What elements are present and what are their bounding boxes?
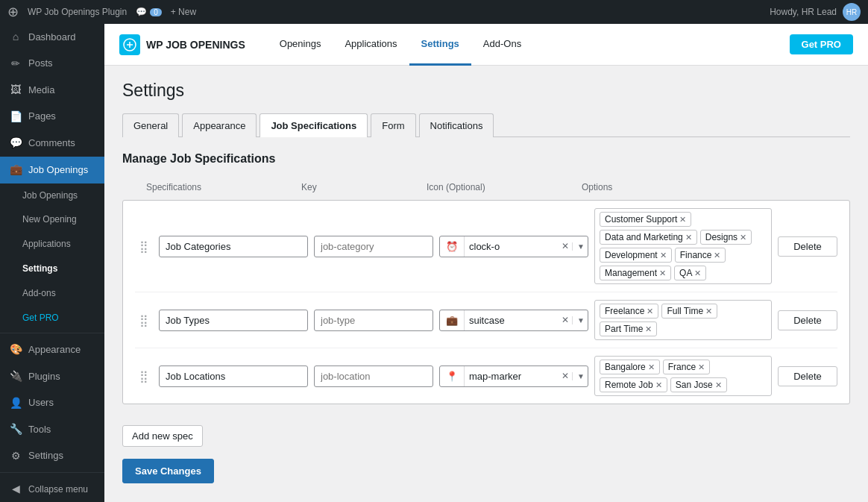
comment-icon: 💬 [136,7,147,17]
drag-handle-job-types[interactable]: ⣿ [135,313,153,327]
icon-text-job-types[interactable] [465,310,559,330]
nav-settings[interactable]: Settings [409,24,471,66]
spec-name-job-locations[interactable] [159,365,308,387]
delete-btn-job-types[interactable]: Delete [778,310,837,330]
options-job-categories[interactable]: Customer Support✕ Data and Marketing✕ De… [594,208,772,284]
sidebar-item-posts[interactable]: ✏ Posts [0,51,104,78]
icon-dropdown-job-types[interactable]: ▼ [572,316,588,324]
icon-dropdown-job-categories[interactable]: ▼ [572,242,588,251]
tag-x-freelance[interactable]: ✕ [647,307,653,316]
sidebar-item-pages[interactable]: 📄 Pages [0,104,104,131]
tag-x-management[interactable]: ✕ [659,269,666,278]
main-content: WP JOB OPENINGS Openings Applications Se… [104,24,868,502]
icon-text-job-categories[interactable] [465,236,559,257]
sidebar-item-tools[interactable]: 🔧 Tools [0,416,104,443]
sidebar-item-collapse[interactable]: ◀ Collapse menu [0,476,104,502]
save-changes-button[interactable]: Save Changes [122,459,214,483]
tab-form[interactable]: Form [371,113,415,137]
tag-x-remote-job[interactable]: ✕ [655,380,662,390]
sidebar-item-applications[interactable]: Applications [0,232,104,257]
plugin-logo-icon [119,34,140,55]
tab-job-specifications[interactable]: Job Specifications [260,113,368,137]
comment-badge[interactable]: 💬 0 [136,7,162,17]
get-pro-button[interactable]: Get PRO [790,34,853,54]
plugins-icon: 🔌 [9,369,22,384]
tag-x-data-marketing[interactable]: ✕ [685,233,692,242]
icon-select-job-types: 💼 ✕ ▼ [439,310,588,331]
options-job-types[interactable]: Freelance✕ Full Time✕ Part Time✕ [594,300,772,340]
icon-text-job-locations[interactable] [465,366,559,386]
tab-general[interactable]: General [122,113,179,137]
sidebar-item-job-openings[interactable]: 💼 Job Openings [0,157,104,183]
sidebar-item-appearance[interactable]: 🎨 Appearance [0,336,104,363]
tag-x-full-time[interactable]: ✕ [705,307,712,316]
tag-x-finance[interactable]: ✕ [714,251,720,260]
icon-select-job-categories: ⏰ ✕ ▼ [439,236,588,257]
tag-x-development[interactable]: ✕ [660,251,667,260]
spec-name-job-categories[interactable] [159,236,308,257]
nav-applications[interactable]: Applications [333,24,409,66]
sidebar-divider-2 [0,472,104,473]
delete-btn-job-locations[interactable]: Delete [778,366,837,386]
sidebar-item-get-pro[interactable]: Get PRO [0,306,104,330]
media-icon: 🖼 [9,83,22,98]
sidebar-item-settings-main[interactable]: ⚙ Settings [0,443,104,470]
sidebar-item-media[interactable]: 🖼 Media [0,77,104,104]
tag-x-france[interactable]: ✕ [698,363,705,372]
key-input-job-locations[interactable] [314,365,433,387]
spec-row-job-categories: ⣿ ⏰ ✕ ▼ Customer Support✕ Data and Marke… [135,201,837,292]
sidebar-item-dashboard[interactable]: ⌂ Dashboard [0,24,104,51]
icon-dropdown-job-locations[interactable]: ▼ [572,372,588,380]
sidebar-item-comments[interactable]: 💬 Comments [0,130,104,157]
tag-x-customer-support[interactable]: ✕ [679,215,686,225]
spec-name-job-types[interactable] [159,310,308,331]
col-specifications: Specifications [146,182,295,192]
sidebar-item-job-openings-sub[interactable]: Job Openings [0,183,104,208]
tag-x-part-time[interactable]: ✕ [645,324,652,334]
add-new-spec-button[interactable]: Add new spec [122,425,203,447]
page-title: Settings [122,81,850,101]
col-icon: Icon (Optional) [427,182,576,192]
sidebar-label-dashboard: Dashboard [28,31,76,44]
sidebar-item-plugins[interactable]: 🔌 Plugins [0,363,104,390]
job-openings-icon: 💼 [9,163,22,178]
drag-handle-job-locations[interactable]: ⣿ [135,369,153,383]
tag-x-bangalore[interactable]: ✕ [648,363,655,372]
icon-clear-job-categories[interactable]: ✕ [559,241,572,251]
icon-select-job-locations: 📍 ✕ ▼ [439,365,588,387]
users-icon: 👤 [9,396,22,411]
drag-handle-job-categories[interactable]: ⣿ [135,239,153,254]
tag-x-designs[interactable]: ✕ [740,233,746,242]
key-input-job-types[interactable] [314,310,433,331]
tag-x-qa[interactable]: ✕ [694,269,701,278]
sidebar-item-users[interactable]: 👤 Users [0,390,104,417]
key-input-job-categories[interactable] [314,236,433,257]
tab-appearance[interactable]: Appearance [182,113,257,137]
sidebar-label-posts: Posts [28,57,53,70]
options-job-locations[interactable]: Bangalore✕ France✕ Remote Job✕ San Jose✕ [594,356,772,396]
tag-remote-job: Remote Job✕ [600,377,667,392]
tag-x-san-jose[interactable]: ✕ [715,380,722,390]
new-button[interactable]: + New [171,7,196,17]
sidebar-item-settings-sub[interactable]: Settings [0,257,104,281]
site-name: WP Job Openings Plugin [28,7,127,17]
nav-openings[interactable]: Openings [268,24,333,66]
comment-count: 0 [150,8,162,16]
sidebar-divider-1 [0,333,104,333]
sidebar-item-add-ons[interactable]: Add-ons [0,281,104,306]
sidebar-item-new-opening[interactable]: New Opening [0,207,104,232]
sidebar-label-settings-main: Settings [28,449,63,462]
col-options: Options [582,182,784,192]
plugin-header: WP JOB OPENINGS Openings Applications Se… [104,24,868,66]
icon-prefix-job-types: 💼 [440,310,465,330]
tab-notifications[interactable]: Notifications [419,113,494,137]
plugin-logo: WP JOB OPENINGS [119,34,245,55]
nav-add-ons[interactable]: Add-Ons [471,24,533,66]
spec-columns-header: Specifications Key Icon (Optional) Optio… [122,178,850,197]
settings-icon: ⚙ [9,449,22,464]
icon-clear-job-types[interactable]: ✕ [559,315,572,325]
delete-btn-job-categories[interactable]: Delete [778,236,837,257]
icon-clear-job-locations[interactable]: ✕ [559,371,572,381]
specs-container: ⣿ ⏰ ✕ ▼ Customer Support✕ Data and Marke… [122,200,850,404]
sidebar-label-plugins: Plugins [28,370,60,383]
